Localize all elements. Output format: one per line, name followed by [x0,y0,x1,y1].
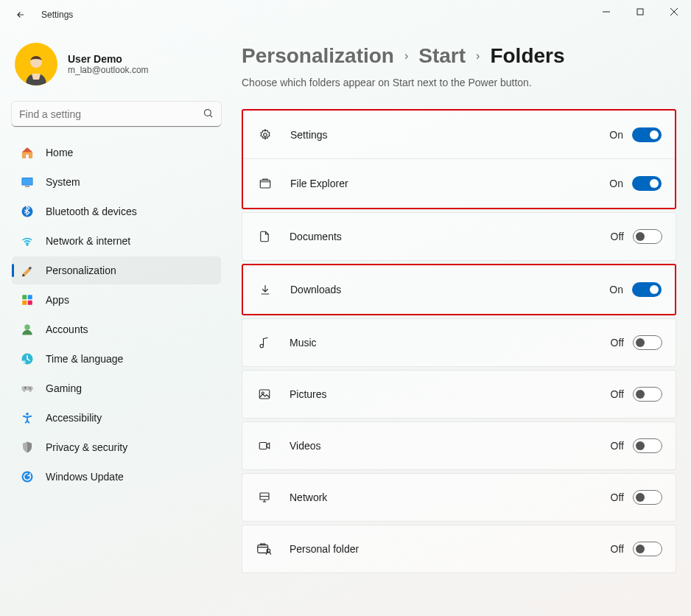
sidebar-item-label: Accessibility [46,412,102,424]
setting-label: Network [290,491,611,503]
sidebar-item-update[interactable]: Windows Update [12,463,221,491]
network-icon [256,491,273,504]
highlight-group: Downloads On [242,264,676,315]
setting-row-file-explorer: File Explorer On [243,159,675,208]
titlebar: Settings [0,0,691,29]
sidebar-item-bluetooth[interactable]: Bluetooth & devices [12,197,221,225]
svg-rect-12 [28,295,32,299]
svg-text:文: 文 [23,360,26,364]
chevron-right-icon: › [476,49,480,63]
sidebar: User Demo m_lab@outlook.com HomeSystemBl… [0,29,228,616]
setting-label: File Explorer [290,178,609,189]
svg-point-21 [26,413,29,416]
update-icon [21,470,34,483]
user-email: m_lab@outlook.com [68,65,149,75]
toggle-music[interactable] [633,335,662,350]
documents-icon [256,230,273,243]
toggle-pictures[interactable] [633,387,662,402]
window-chrome [589,0,691,24]
highlight-group: Settings On File Explorer On [242,109,676,209]
setting-label: Documents [290,231,611,242]
sidebar-item-gaming[interactable]: Gaming [12,374,221,402]
setting-label: Personal folder [290,543,611,555]
sidebar-item-label: Time & language [46,353,123,365]
search-icon [203,108,214,121]
setting-label: Settings [290,129,609,141]
setting-row-videos: Videos Off [242,421,676,470]
svg-point-23 [264,133,267,136]
minimize-button[interactable] [589,0,623,24]
content: User Demo m_lab@outlook.com HomeSystemBl… [0,29,691,616]
svg-rect-9 [25,186,29,187]
sidebar-item-accessibility[interactable]: Accessibility [12,404,221,432]
sidebar-item-label: Gaming [46,382,82,394]
settings-window: Settings User Demo m_lab@outlook.com [0,0,691,616]
sidebar-item-apps[interactable]: Apps [12,286,221,314]
user-block[interactable]: User Demo m_lab@outlook.com [12,38,221,97]
search-input[interactable] [12,102,221,127]
window-title: Settings [41,10,73,20]
personal-folder-icon [256,542,273,556]
downloads-icon [256,283,274,296]
svg-rect-14 [28,301,32,305]
svg-rect-26 [259,390,270,399]
toggle-state-text: On [609,129,623,141]
breadcrumb-start[interactable]: Start [418,44,466,68]
setting-row-network: Network Off [242,473,676,522]
toggle-state-text: On [609,178,623,189]
toggle-state-text: Off [611,337,624,349]
settings-list: Settings On File Explorer On Documents O… [242,109,676,573]
sidebar-item-label: Network & internet [46,235,130,247]
breadcrumb-personalization[interactable]: Personalization [242,44,394,68]
sidebar-item-system[interactable]: System [12,168,221,196]
maximize-button[interactable] [623,0,657,24]
svg-point-15 [24,324,30,330]
svg-point-5 [205,110,211,116]
svg-rect-30 [258,545,268,553]
setting-row-settings: Settings On [243,111,675,159]
sidebar-item-privacy[interactable]: Privacy & security [12,433,221,461]
home-icon [21,146,34,159]
toggle-state-text: Off [611,491,624,503]
sidebar-item-label: Personalization [46,265,116,276]
sidebar-item-personalization[interactable]: Personalization [12,256,221,284]
search-wrap [12,102,221,127]
breadcrumb-current: Folders [490,44,564,68]
toggle-videos[interactable] [633,438,662,453]
avatar [15,43,57,85]
toggle-documents[interactable] [633,229,662,244]
sidebar-item-label: Accounts [46,323,88,335]
sidebar-item-accounts[interactable]: Accounts [12,315,221,343]
settings-icon [256,128,274,141]
toggle-file-explorer[interactable] [632,176,662,191]
sidebar-item-network[interactable]: Network & internet [12,227,221,255]
toggle-network[interactable] [633,490,662,505]
toggle-state-text: Off [611,231,624,242]
setting-row-pictures: Pictures Off [242,370,676,419]
nav: HomeSystemBluetooth & devicesNetwork & i… [12,139,221,491]
svg-rect-28 [259,443,267,449]
toggle-personal-folder[interactable] [633,542,662,556]
personalization-icon [21,264,34,277]
sidebar-item-time[interactable]: 文Time & language [12,345,221,373]
close-button[interactable] [657,0,691,24]
sidebar-item-label: Bluetooth & devices [46,206,137,217]
back-button[interactable] [10,4,31,25]
sidebar-item-label: System [46,176,80,188]
svg-point-31 [267,549,270,553]
sidebar-item-home[interactable]: Home [12,139,221,167]
setting-label: Music [290,337,611,349]
pictures-icon [256,388,273,401]
svg-point-19 [29,388,30,389]
user-name: User Demo [68,53,149,65]
toggle-state-text: Off [611,440,624,452]
bluetooth-icon [21,205,34,218]
svg-rect-11 [22,295,27,299]
toggle-downloads[interactable] [632,282,662,297]
music-icon [256,336,273,349]
svg-point-20 [30,388,32,390]
file-explorer-icon [256,177,274,190]
time-icon: 文 [21,352,34,365]
toggle-settings[interactable] [632,127,662,142]
system-icon [21,175,34,189]
